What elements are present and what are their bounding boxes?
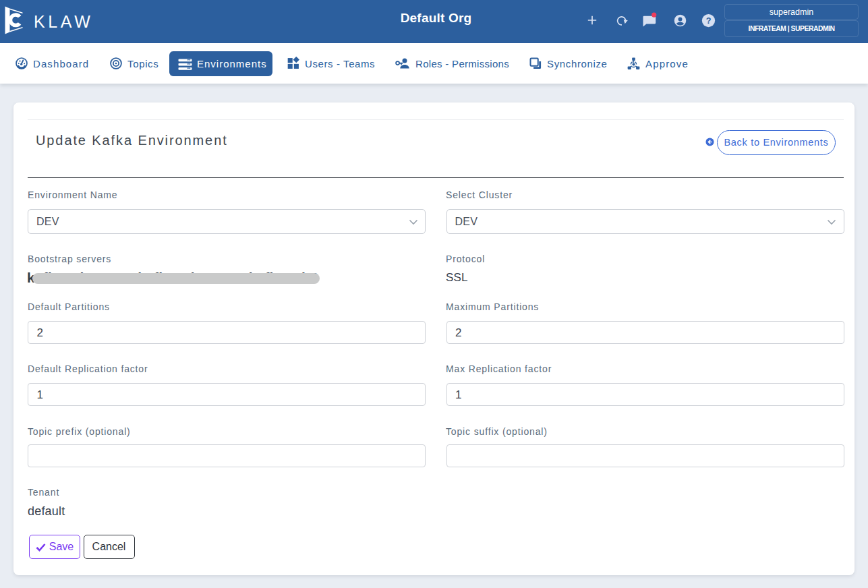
svg-text:?: ? bbox=[705, 16, 711, 26]
